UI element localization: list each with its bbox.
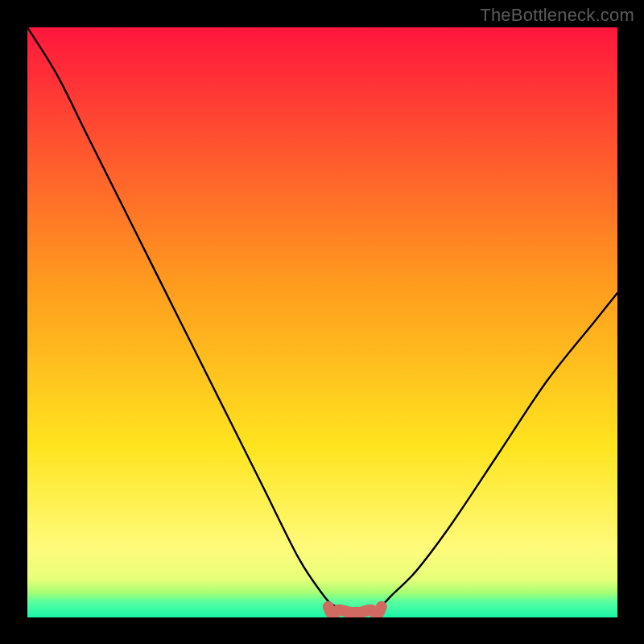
plot-area — [27, 27, 617, 617]
optimal-range-marker — [328, 607, 382, 615]
gradient-background — [27, 27, 617, 617]
chart-frame: TheBottleneck.com — [0, 0, 644, 644]
bottleneck-chart — [27, 27, 617, 617]
watermark-label: TheBottleneck.com — [480, 5, 634, 26]
